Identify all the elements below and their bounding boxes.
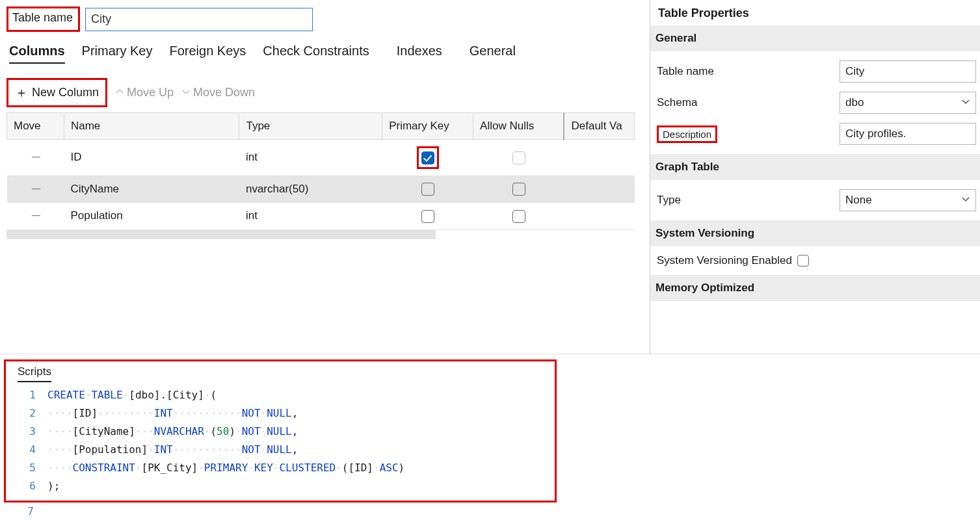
- tab-check-constraints[interactable]: Check Constraints: [263, 44, 369, 64]
- chevron-down-icon: [181, 86, 191, 99]
- col-header-name: Name: [64, 113, 239, 140]
- script-editor[interactable]: 1CREATE·TABLE·[dbo].[City]·(2····[ID]···…: [18, 386, 548, 495]
- prop-schema-select[interactable]: dbo: [840, 92, 976, 114]
- table-row[interactable]: ⸺CityNamenvarchar(50): [7, 176, 635, 203]
- prop-description-input[interactable]: [840, 123, 976, 145]
- horizontal-scrollbar[interactable]: [7, 230, 436, 239]
- section-memory-optimized: Memory Optimized: [650, 275, 980, 301]
- col-header-type: Type: [239, 113, 382, 140]
- column-name-cell[interactable]: ID: [64, 140, 239, 176]
- tab-indexes[interactable]: Indexes: [397, 44, 442, 64]
- table-row[interactable]: ⸺Populationint: [7, 203, 635, 230]
- tab-columns[interactable]: Columns: [9, 44, 65, 64]
- system-versioning-enabled-label: System Versioning Enabled: [657, 254, 792, 267]
- allow-nulls-checkbox[interactable]: [512, 183, 525, 196]
- move-down-label: Move Down: [193, 86, 255, 99]
- drag-handle-icon[interactable]: ⸺: [7, 140, 64, 176]
- col-header-default: Default Va: [564, 113, 634, 140]
- columns-table: Move Name Type Primary Key Allow Nulls D…: [7, 112, 635, 230]
- prop-description-label: Description: [657, 125, 717, 143]
- primary-key-checkbox[interactable]: [421, 183, 434, 196]
- section-general: General: [650, 25, 980, 51]
- prop-type-value: None: [845, 194, 872, 207]
- table-name-input[interactable]: [85, 8, 313, 31]
- allow-nulls-checkbox[interactable]: [512, 210, 525, 223]
- scripts-panel: Scripts 1CREATE·TABLE·[dbo].[City]·(2···…: [4, 359, 557, 502]
- primary-key-checkbox[interactable]: [421, 210, 434, 223]
- designer-tabs: Columns Primary Key Foreign Keys Check C…: [9, 44, 650, 64]
- prop-type-label: Type: [657, 194, 681, 207]
- line-number-7: 7: [16, 505, 34, 517]
- prop-schema-value: dbo: [845, 96, 864, 109]
- designer-left-pane: Table name Columns Primary Key Foreign K…: [0, 0, 650, 354]
- prop-type-select[interactable]: None: [840, 189, 976, 211]
- primary-key-checkbox[interactable]: [421, 151, 434, 164]
- tab-primary-key[interactable]: Primary Key: [82, 44, 153, 64]
- default-value-cell[interactable]: [564, 176, 634, 203]
- default-value-cell[interactable]: [564, 203, 634, 230]
- prop-schema-label: Schema: [657, 96, 697, 109]
- drag-handle-icon[interactable]: ⸺: [7, 203, 64, 230]
- col-header-nulls: Allow Nulls: [473, 113, 564, 140]
- plus-icon: ＋: [15, 84, 28, 101]
- col-header-move: Move: [7, 113, 64, 140]
- table-row[interactable]: ⸺IDint: [7, 140, 635, 176]
- scripts-tab[interactable]: Scripts: [18, 365, 51, 382]
- chevron-up-icon: [115, 86, 124, 99]
- column-type-cell[interactable]: nvarchar(50): [239, 176, 382, 203]
- col-header-pk: Primary Key: [382, 113, 473, 140]
- drag-handle-icon[interactable]: ⸺: [7, 176, 64, 203]
- prop-table-name-input[interactable]: [840, 60, 976, 83]
- system-versioning-checkbox[interactable]: [797, 255, 809, 267]
- allow-nulls-checkbox[interactable]: [512, 151, 525, 164]
- column-type-cell[interactable]: int: [239, 203, 382, 230]
- prop-table-name-label: Table name: [657, 65, 714, 78]
- table-name-label: Table name: [7, 7, 80, 32]
- move-up-button[interactable]: Move Up: [115, 86, 174, 99]
- properties-pane: Table Properties General Table name Sche…: [650, 0, 980, 354]
- properties-title: Table Properties: [658, 7, 976, 20]
- new-column-label: New Column: [32, 86, 99, 99]
- default-value-cell[interactable]: [564, 140, 634, 176]
- table-designer: Table name Columns Primary Key Foreign K…: [0, 0, 980, 522]
- move-down-button[interactable]: Move Down: [181, 86, 255, 99]
- column-name-cell[interactable]: Population: [64, 203, 239, 230]
- chevron-down-icon: [961, 96, 970, 109]
- move-up-label: Move Up: [127, 86, 174, 99]
- section-graph: Graph Table: [650, 154, 980, 180]
- chevron-down-icon: [961, 194, 970, 207]
- new-column-button[interactable]: ＋ New Column: [7, 78, 107, 107]
- tab-general[interactable]: General: [470, 44, 516, 64]
- section-system-versioning: System Versioning: [650, 220, 980, 246]
- column-name-cell[interactable]: CityName: [64, 176, 239, 203]
- column-type-cell[interactable]: int: [239, 140, 382, 176]
- tab-foreign-keys[interactable]: Foreign Keys: [169, 44, 246, 64]
